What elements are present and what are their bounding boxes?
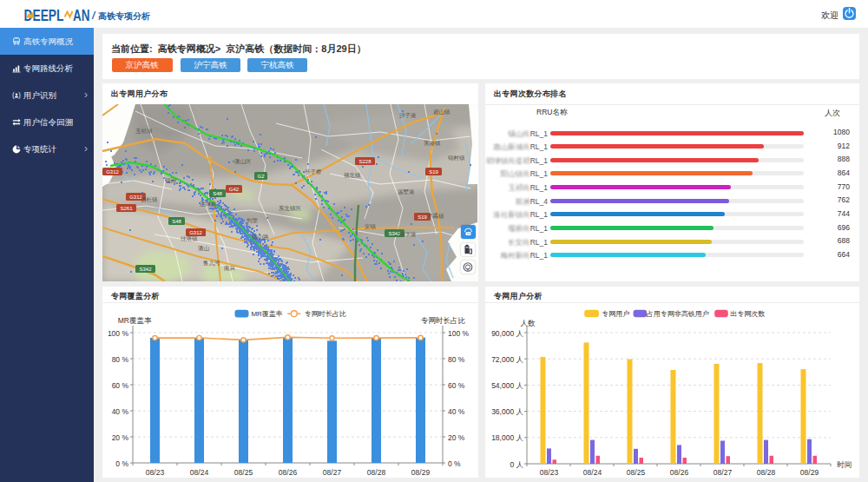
svg-text:AN: AN (73, 6, 90, 24)
svg-text:60 %: 60 % (448, 381, 465, 390)
svg-text:G42: G42 (229, 187, 240, 192)
svg-text:MR覆盖率: MR覆盖率 (118, 316, 152, 325)
svg-text:08/26: 08/26 (279, 468, 298, 477)
svg-text:18,000 人: 18,000 人 (491, 433, 523, 442)
svg-text:专网用户: 专网用户 (602, 310, 629, 318)
svg-text:鲁儿湾: 鲁儿湾 (203, 260, 220, 267)
svg-text:锦洲: 锦洲 (164, 177, 176, 184)
svg-text:佳塔镇: 佳塔镇 (181, 235, 198, 242)
svg-text:安镇: 安镇 (365, 223, 377, 229)
svg-text:刘堡: 刘堡 (247, 217, 259, 223)
svg-text:08/23: 08/23 (146, 468, 165, 477)
svg-text:半禹镇: 半禹镇 (427, 213, 444, 219)
svg-text:福北镇: 福北镇 (344, 172, 361, 179)
svg-text:东北镇区: 东北镇区 (279, 205, 302, 212)
svg-text:G2: G2 (257, 174, 265, 179)
svg-text:超山镇: 超山镇 (433, 109, 450, 116)
svg-text:/: / (91, 10, 96, 22)
svg-text:勘下港: 勘下港 (399, 231, 417, 238)
svg-text:专网时长占比: 专网时长占比 (421, 316, 466, 325)
svg-text:亭子桥: 亭子桥 (305, 168, 322, 175)
svg-text:100 %: 100 % (108, 329, 129, 338)
svg-text:S48: S48 (213, 191, 222, 196)
svg-text:54,000 人: 54,000 人 (491, 381, 523, 390)
svg-text:08/27: 08/27 (323, 468, 342, 477)
svg-text:80 %: 80 % (112, 355, 129, 364)
svg-text:20 %: 20 % (112, 433, 129, 442)
svg-text:潘山: 潘山 (198, 245, 210, 252)
svg-text:0 人: 0 人 (510, 460, 523, 469)
svg-text:潘山区: 潘山区 (234, 158, 252, 165)
svg-text:高铁专项分析: 高铁专项分析 (98, 11, 150, 21)
svg-text:南兴: 南兴 (224, 265, 236, 272)
svg-text:08/27: 08/27 (713, 468, 733, 477)
svg-text:5n: 5n (466, 233, 470, 236)
svg-text:出专网次数: 出专网次数 (730, 310, 765, 318)
svg-text:时间: 时间 (837, 460, 852, 469)
svg-text:MR覆盖率: MR覆盖率 (251, 310, 282, 318)
svg-text:G312: G312 (106, 169, 119, 175)
svg-text:运城港: 运城港 (200, 201, 217, 208)
svg-text:S342: S342 (139, 267, 152, 272)
svg-text:08/25: 08/25 (627, 468, 646, 477)
svg-text:温墅港: 温墅港 (398, 188, 415, 195)
svg-text:08/24: 08/24 (583, 468, 602, 477)
svg-text:S19: S19 (429, 169, 438, 175)
svg-text:08/23: 08/23 (540, 468, 559, 477)
svg-text:人数: 人数 (521, 319, 536, 327)
svg-text:08/26: 08/26 (670, 468, 689, 477)
svg-text:S48: S48 (172, 219, 181, 224)
svg-text:玉祖坝: 玉祖坝 (135, 128, 153, 134)
svg-text:S228: S228 (358, 159, 372, 164)
svg-text:沙子港: 沙子港 (399, 112, 417, 119)
svg-text:S261: S261 (120, 206, 133, 211)
svg-text:08/25: 08/25 (234, 468, 253, 477)
svg-text:08/28: 08/28 (367, 468, 386, 477)
svg-text:占用专网非高铁用户: 占用专网非高铁用户 (647, 310, 709, 318)
svg-text:90,000 人: 90,000 人 (491, 329, 523, 338)
svg-text:08/24: 08/24 (190, 468, 209, 477)
svg-text:80 %: 80 % (448, 355, 465, 364)
svg-text:08/28: 08/28 (757, 468, 776, 477)
svg-text:08/29: 08/29 (411, 468, 431, 477)
svg-text:72,000 人: 72,000 人 (491, 355, 523, 364)
svg-text:S19: S19 (418, 215, 427, 220)
svg-text:08/29: 08/29 (800, 468, 819, 477)
svg-text:专网时长占比: 专网时长占比 (305, 310, 346, 318)
svg-text:0 %: 0 % (115, 459, 128, 468)
svg-text:100 %: 100 % (448, 329, 470, 338)
svg-text:40 %: 40 % (112, 407, 129, 416)
svg-text:20 %: 20 % (448, 433, 465, 442)
svg-text:福山路: 福山路 (252, 234, 269, 241)
svg-text:东港镇: 东港镇 (424, 140, 441, 147)
svg-text:0 %: 0 % (448, 459, 461, 468)
svg-text:酒杜镇: 酒杜镇 (141, 196, 158, 203)
svg-text:40 %: 40 % (448, 407, 465, 416)
svg-text:60 %: 60 % (112, 381, 129, 390)
svg-text:36,000 人: 36,000 人 (491, 407, 523, 416)
svg-text:锦村镇: 锦村镇 (447, 155, 465, 162)
